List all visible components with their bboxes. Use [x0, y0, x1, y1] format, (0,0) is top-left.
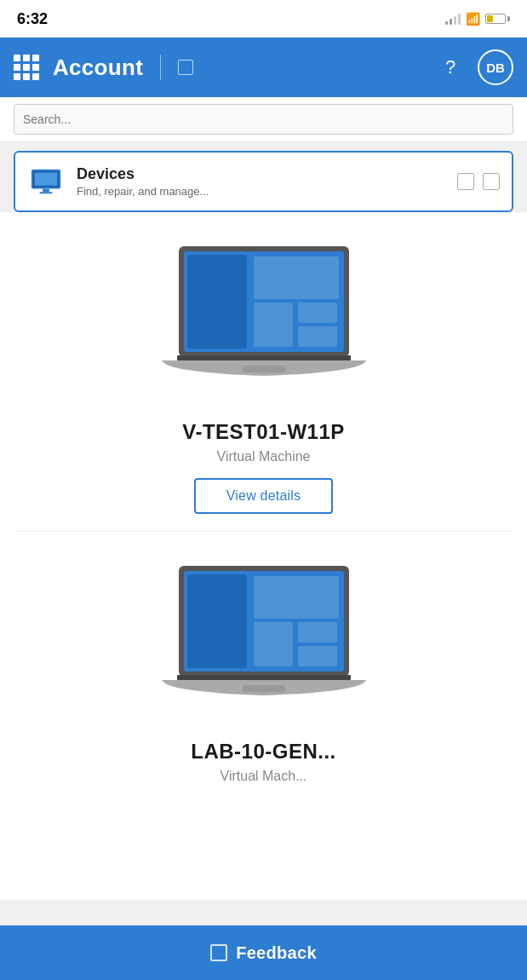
wifi-icon: 📶: [466, 12, 480, 26]
devices-actions: [457, 173, 500, 190]
feedback-icon: [210, 944, 227, 961]
signal-icon: [445, 13, 461, 25]
status-icons: 📶: [445, 12, 510, 26]
devices-title: Devices: [77, 165, 445, 183]
svg-rect-20: [298, 646, 337, 666]
svg-rect-22: [243, 685, 285, 692]
nav-square-icon[interactable]: [178, 60, 193, 75]
svg-rect-3: [43, 189, 49, 193]
devices-icon: [27, 163, 65, 200]
device-type-1: Virtual Machine: [217, 449, 311, 464]
status-time: 6:32: [17, 10, 48, 28]
svg-rect-4: [39, 192, 52, 193]
grid-menu-icon[interactable]: [14, 55, 39, 80]
svg-rect-18: [254, 622, 293, 666]
nav-divider: [160, 55, 161, 80]
nav-bar: Account ? DB: [0, 37, 527, 97]
feedback-bar[interactable]: Feedback: [0, 925, 527, 980]
device-type-2: Virtual Mach...: [221, 769, 307, 784]
devices-text-group: Devices Find, repair, and manage...: [77, 165, 445, 198]
view-details-button-1[interactable]: View details: [194, 478, 334, 514]
svg-rect-8: [254, 257, 339, 299]
svg-rect-11: [298, 326, 337, 347]
device-name-2: LAB-10-GEN...: [191, 740, 336, 764]
battery-icon: [485, 14, 510, 24]
feedback-label: Feedback: [236, 943, 317, 963]
laptop-illustration-2: [153, 557, 375, 719]
search-input[interactable]: [14, 104, 513, 135]
svg-rect-10: [298, 303, 337, 323]
device-name-1: V-TEST01-W11P: [182, 420, 345, 444]
help-icon[interactable]: ?: [437, 56, 464, 78]
avatar[interactable]: DB: [478, 49, 513, 85]
device-card: V-TEST01-W11P Virtual Machine View detai…: [14, 212, 513, 532]
nav-title: Account: [53, 55, 143, 81]
status-bar: 6:32 📶: [0, 0, 527, 37]
device-card-2: LAB-10-GEN... Virtual Mach...: [14, 532, 513, 815]
svg-rect-21: [177, 675, 351, 680]
laptop-illustration-1: [153, 238, 375, 400]
action-icon-2[interactable]: [483, 173, 500, 190]
svg-rect-9: [254, 303, 293, 347]
svg-rect-13: [243, 366, 285, 372]
svg-rect-16: [187, 574, 247, 668]
action-icon-1[interactable]: [457, 173, 474, 190]
devices-header: Devices Find, repair, and manage...: [14, 151, 513, 212]
svg-rect-2: [35, 173, 58, 186]
svg-rect-17: [254, 576, 339, 619]
svg-rect-19: [298, 622, 337, 643]
svg-rect-12: [177, 355, 351, 360]
main-content: V-TEST01-W11P Virtual Machine View detai…: [0, 212, 527, 900]
svg-rect-7: [187, 255, 247, 349]
search-area: [0, 97, 527, 142]
devices-subtitle: Find, repair, and manage...: [77, 185, 445, 198]
